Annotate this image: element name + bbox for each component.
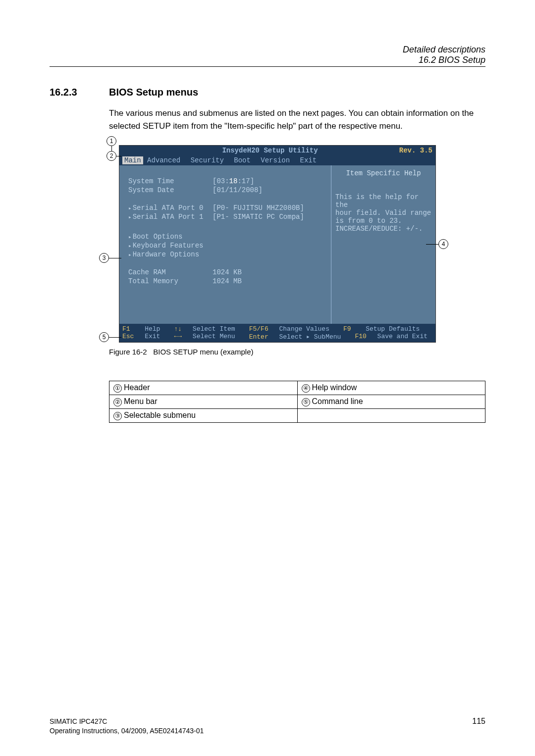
row-keyboard-features[interactable]: Keyboard Features [128,242,326,250]
figure-caption: Figure 16-2 BIOS SETUP menu (example) [109,348,485,356]
footer-docref: Operating Instructions, 04/2009, A5E0241… [50,726,204,736]
bios-body: System Time [03:18:17] System Date [01/1… [119,165,435,324]
help-line: This is the help for the [335,193,431,209]
page-footer: SIMATIC IPC427C Operating Instructions, … [50,717,485,736]
callout-5: 5 [99,332,109,342]
table-row: ③Selectable submenu [109,409,485,423]
bios-menu-exit[interactable]: Exit [300,156,317,164]
callout-4: 4 [438,239,448,249]
row-system-time[interactable]: System Time [03:18:17] [128,177,326,185]
bios-revision: Rev. 3.5 [388,147,432,154]
bios-help-panel: Item Specific Help This is the help for … [331,165,435,324]
help-line: is from 0 to 23. [335,217,431,225]
bios-menu-advanced[interactable]: Advanced [147,156,180,164]
footer-product: SIMATIC IPC427C [50,717,204,727]
section-number: 16.2.3 [50,87,109,98]
bios-screenshot: InsydeH20 Setup Utility Rev. 3.5 Main Ad… [119,145,436,343]
row-system-date[interactable]: System Date [01/11/2008] [128,186,326,194]
bios-menu-security[interactable]: Security [191,156,224,164]
callout-1: 1 [107,136,116,146]
callout-2: 2 [107,151,116,161]
page-number: 115 [472,717,485,736]
bios-menu-boot[interactable]: Boot [234,156,251,164]
bios-menu-main[interactable]: Main [122,156,143,164]
running-header: Detailed descriptions 16.2 BIOS Setup [50,45,485,67]
time-hour-selected[interactable]: 18 [229,177,238,185]
section-heading: 16.2.3 BIOS Setup menus [50,87,485,98]
page: Detailed descriptions 16.2 BIOS Setup 16… [0,0,535,756]
table-row: ①Header ④Help window [109,381,485,395]
row-sata-0[interactable]: Serial ATA Port 0 [P0- FUJITSU MHZ2080B] [128,204,326,212]
row-cache-ram: Cache RAM 1024 KB [128,268,326,276]
callout-3: 3 [99,253,109,263]
bios-menu-version[interactable]: Version [261,156,290,164]
row-total-memory: Total Memory 1024 MB [128,277,326,285]
row-boot-options[interactable]: Boot Options [128,233,326,241]
row-hardware-options[interactable]: Hardware Options [128,251,326,258]
row-sata-1[interactable]: Serial ATA Port 1 [P1- SIMATIC PC Compa] [128,213,326,221]
chapter-title: Detailed descriptions [50,45,485,55]
bios-header: InsydeH20 Setup Utility Rev. 3.5 [119,146,435,155]
legend-table: ①Header ④Help window ②Menu bar ⑤Command … [109,381,485,423]
bios-utility-title: InsydeH20 Setup Utility [152,147,388,154]
section-title: BIOS Setup menus [109,87,198,98]
help-title: Item Specific Help [335,169,431,177]
bios-figure: 1 2 3 4 5 InsydeH20 Setup Utility Rev. 3… [109,145,436,343]
bios-main-panel: System Time [03:18:17] System Date [01/1… [119,165,331,324]
table-row: ②Menu bar ⑤Command line [109,395,485,409]
bios-command-line: F1 Help ↑↓ Select Item F5/F6 Change Valu… [119,324,435,342]
bios-menubar: Main Advanced Security Boot Version Exit [119,155,435,165]
section-ref: 16.2 BIOS Setup [50,55,485,65]
section-body: The various menus and submenus are liste… [109,107,485,132]
help-line: INCREASE/REDUCE: +/-. [335,225,431,233]
help-line: hour field. Valid range [335,209,431,217]
